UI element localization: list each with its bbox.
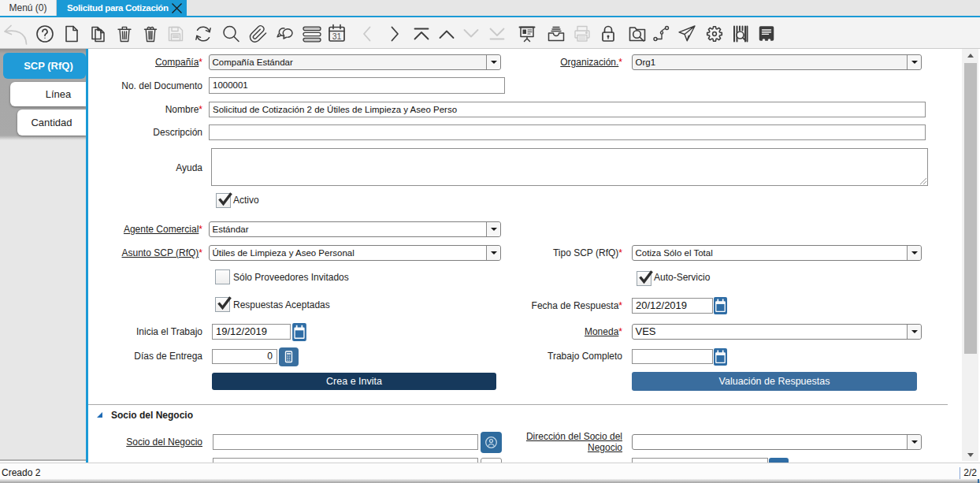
- svg-text:31: 31: [332, 32, 342, 41]
